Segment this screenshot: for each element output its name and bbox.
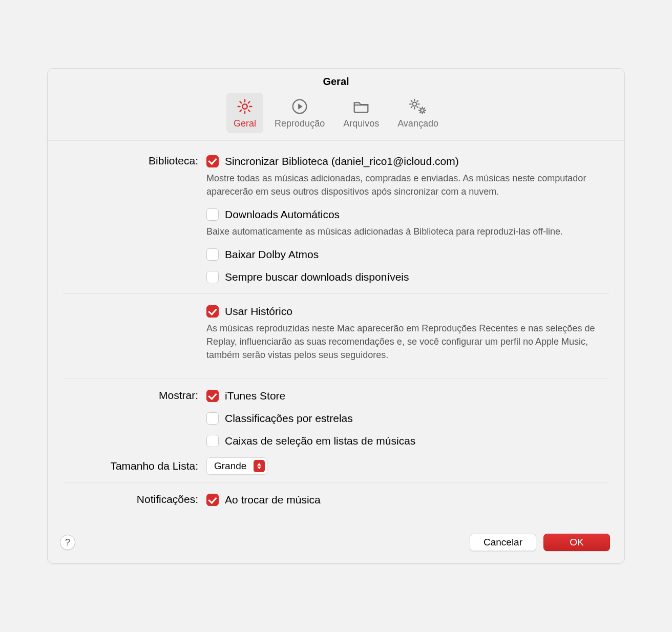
list-size-label: Tamanho da Lista: (63, 459, 206, 473)
list-checkboxes-label: Caixas de seleção em listas de músicas (225, 435, 415, 447)
history-row: Usar Histórico As músicas reproduzidas n… (63, 304, 609, 371)
auto-download-checkbox[interactable] (206, 208, 219, 221)
divider (63, 293, 609, 294)
use-history-desc: As músicas reproduzidas neste Mac aparec… (206, 322, 609, 362)
auto-download-desc: Baixe automaticamente as músicas adicion… (206, 225, 609, 238)
tab-advanced[interactable]: Avançado (390, 93, 446, 133)
on-song-change-label: Ao trocar de música (225, 494, 321, 506)
gear-icon (235, 96, 255, 117)
tab-label: Avançado (397, 118, 438, 129)
show-row: Mostrar: iTunes Store Classificações por… (63, 389, 609, 450)
play-circle-icon (290, 96, 309, 117)
dolby-label: Baixar Dolby Atmos (225, 248, 319, 261)
folder-icon (351, 96, 371, 117)
help-button[interactable]: ? (60, 535, 75, 550)
library-row: Biblioteca: Sincronizar Biblioteca (dani… (63, 154, 609, 286)
stepper-icon (254, 460, 265, 472)
list-size-row: Tamanho da Lista: Grande (63, 457, 609, 475)
tab-general[interactable]: Geral (226, 93, 263, 133)
footer: ? Cancelar OK (48, 521, 624, 563)
dolby-checkbox[interactable] (206, 248, 219, 261)
preferences-window: Geral Geral Reprodução (47, 68, 625, 564)
list-size-select[interactable]: Grande (206, 457, 267, 475)
library-label: Biblioteca: (63, 154, 206, 167)
auto-download-label: Downloads Automáticos (225, 208, 340, 221)
cancel-button[interactable]: Cancelar (470, 534, 536, 551)
svg-point-2 (413, 102, 417, 106)
sync-library-label: Sincronizar Biblioteca (daniel_rico1@icl… (225, 155, 459, 167)
tab-label: Arquivos (343, 118, 379, 129)
tab-files[interactable]: Arquivos (336, 93, 386, 133)
always-fetch-label: Sempre buscar downloads disponíveis (225, 271, 409, 283)
itunes-store-checkbox[interactable] (206, 390, 219, 402)
notifications-label: Notificações: (63, 493, 206, 506)
use-history-checkbox[interactable] (206, 305, 219, 318)
list-size-value: Grande (214, 460, 246, 472)
ok-button[interactable]: OK (543, 534, 610, 551)
svg-point-0 (242, 104, 247, 109)
show-label: Mostrar: (63, 389, 206, 402)
tab-label: Reprodução (275, 118, 325, 129)
star-ratings-checkbox[interactable] (206, 412, 219, 425)
list-checkboxes-checkbox[interactable] (206, 435, 219, 447)
gears-icon (407, 96, 429, 117)
use-history-label: Usar Histórico (225, 305, 292, 318)
sync-library-desc: Mostre todas as músicas adicionadas, com… (206, 172, 609, 198)
notifications-row: Notificações: Ao trocar de música (63, 493, 609, 509)
itunes-store-label: iTunes Store (225, 390, 285, 402)
divider (63, 482, 609, 482)
question-mark-icon: ? (65, 537, 70, 548)
tab-playback[interactable]: Reprodução (267, 93, 332, 133)
star-ratings-label: Classificações por estrelas (225, 412, 353, 425)
always-fetch-checkbox[interactable] (206, 271, 219, 283)
content-area: Biblioteca: Sincronizar Biblioteca (dani… (48, 141, 624, 522)
tab-label: Geral (234, 118, 256, 129)
sync-library-checkbox[interactable] (206, 155, 219, 167)
divider (63, 378, 609, 378)
toolbar: Geral Reprodução Arquivos (48, 90, 624, 141)
on-song-change-checkbox[interactable] (206, 494, 219, 506)
svg-point-3 (421, 109, 424, 112)
window-title: Geral (48, 69, 624, 90)
